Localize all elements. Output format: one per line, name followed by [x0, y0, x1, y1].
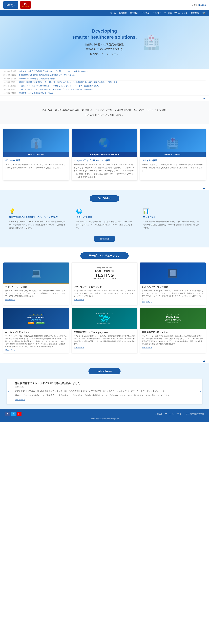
our-vision-title-block: Our Vision	[6, 196, 202, 202]
service-card-mighty: マイティーシリーズ Mighty Checker PRO Advance 点数計…	[3, 308, 69, 353]
top-bar: UbicomHoldings, Inc. IPX 東証一部上場 日本語 | En…	[0, 0, 209, 10]
service-body-testing: ソフトウェア・テスティング 日本とグローバル・テクニカル・テスティングセンターの…	[72, 284, 137, 302]
news-link-6[interactable]: 大手メーカーおよびPCメーカーへの音声AIクラウドプラットフォームを活用した案件…	[19, 88, 92, 91]
nav-services[interactable]: サービス・ソリューション	[164, 12, 188, 14]
division-card-global: 👔 Global Division グローバル事業 ソフトウェアの設計・開発から…	[3, 129, 69, 180]
division-subtitle-medical: メディカル事業	[142, 159, 204, 162]
service-link-embedded[interactable]: 続きを読む»	[142, 301, 204, 304]
news-item-2[interactable]: 2017年5月12日 IRTCに弊社代表 青木よる決算説明に充分な動画がアップさ…	[4, 73, 206, 77]
chevron-up-icon-2[interactable]: ▲	[202, 186, 206, 190]
footer-link-antisocial[interactable]: 反社会的勢力排除方針	[186, 413, 204, 415]
footer-social: f t ▶	[5, 412, 22, 416]
latest-news-title-btn[interactable]: Latest News	[88, 368, 120, 374]
nav-company[interactable]: 会社概要	[142, 12, 150, 14]
news-item-4[interactable]: 2017年5月9日 特別版（事業構造改革費用）・海外外注（海外製品）の終止および…	[4, 80, 206, 84]
footer-link-privacy[interactable]: プライバシーポリシー	[165, 413, 183, 415]
footer-link-contact[interactable]: お問合せ	[156, 413, 163, 415]
news-carousel: ‹ › 弊社代表青木のストックボイスTV出演回が配信されました 2017/12/…	[6, 378, 202, 404]
news-item-5[interactable]: 2017年4月28日 子供エンタジースが「Salesforceスタートプログラム…	[4, 84, 206, 88]
social-twitter[interactable]: t	[11, 412, 16, 416]
scroll-up-3[interactable]: ▲	[0, 358, 209, 363]
service-desc-trace: マイティートレースシステムは再生医療製剤に対応した全工程支援システムです。当シス…	[142, 335, 204, 345]
news-item-6[interactable]: 2017年4月4日 大手メーカーおよびPCメーカーへの音声AIクラウドプラットフ…	[4, 88, 206, 92]
nav-business[interactable]: 事業内容	[153, 12, 161, 14]
carousel-prev[interactable]: ‹	[8, 389, 10, 394]
our-vision-section: Our Vision 💡 柔軟な組織による創発的イノベーションの実現 リサーチな…	[0, 190, 209, 247]
ubicom-logo[interactable]: UbicomHoldings, Inc.	[3, 1, 18, 8]
vision-title-2: グローバル展開	[76, 216, 133, 219]
vision-cta: 経営理念	[6, 236, 202, 246]
scroll-up-1[interactable]: ▲	[0, 96, 209, 101]
division-body-medical: メディカル事業 医療の IT 化を通じて「医療の質の向上」と「医療経営の安定」の…	[140, 157, 206, 174]
service-desc-testing: 日本とグローバル・テクニカル・テスティングセンターの双方で日本語クライアントのサ…	[74, 290, 135, 297]
service-body-mighty: No1 レセプト点検ソフト マイティーシリーズは、全国10,000医療機関前後で…	[3, 329, 69, 353]
division-img-medical: 🏥 Medical Division	[140, 129, 206, 157]
vision-desc-2: 我々のビジネス基盤は世界の隅にとどまりません。当社グループのビジネスを手本に、ア…	[76, 220, 133, 229]
division-card-enterprise: 🌏 Enterprise Solutions Division エンタープライズ…	[72, 129, 137, 180]
division-body-global: グローバル事業 ソフトウェアの設計・開発から製品の立て直し、米・欧・日本語のバイ…	[3, 157, 69, 171]
news-read-more[interactable]: 続きを読む»	[15, 398, 194, 401]
news-link-5[interactable]: 子供エンタジースが「Salesforceスタートプログラム」テクノロジーパートナ…	[19, 85, 99, 87]
vision-icon-3: 📊	[143, 208, 200, 214]
news-date-4: 2017年5月9日	[4, 81, 18, 84]
mission-text: 私たちは、社会の構造改革に果敢に取り組み、社会にとって無くてはならない唯一無二の…	[13, 108, 196, 117]
hero-section: 🏥 Developing smarter healthcare solution…	[0, 16, 209, 69]
chevron-up-icon[interactable]: ▲	[202, 96, 206, 100]
news-date-5: 2017年4月28日	[4, 85, 18, 87]
news-article: 弊社代表青木のストックボイスTV出演回が配信されました 2017/12/15 東…	[15, 382, 194, 401]
news-link-1[interactable]: 当社および当社代表取締役社長の英文および日本語によるIRページの更新のお知らせ	[19, 70, 88, 72]
news-link-3[interactable]: 平成29年3月期業績および決算説明動画配信	[19, 77, 55, 80]
vision-desc-1: リサーチなどを基礎に、技術シーズや顧客ニーズに沿わせた最適な組織体制を構築し維持…	[9, 220, 66, 229]
nav-home[interactable]: ホーム	[110, 12, 116, 14]
lang-en[interactable]: English	[199, 4, 206, 6]
service-img-app: 💻	[3, 262, 69, 284]
news-link-2[interactable]: IRTCに弊社代表 青木よる決算説明に充分な動画がアップされました	[19, 74, 75, 76]
search-icon[interactable]: 🔍	[202, 12, 206, 14]
news-date-2: 2017年5月12日	[4, 74, 18, 76]
social-facebook[interactable]: f	[5, 412, 10, 416]
scroll-up-2[interactable]: ▲	[0, 185, 209, 190]
service-link-app[interactable]: 続きを読む»	[5, 298, 67, 301]
news-link-4[interactable]: 特別版（事業構造改革費用）・海外外注（海外製品）の終止および決算業務後予備の修正…	[19, 81, 119, 84]
news-item-7[interactable]: 2017年3月30日 組織変更および人事異動に関するお知らせ	[4, 92, 206, 95]
service-body-trace: 細胞培養工程支援システム マイティートレースシステムは再生医療製剤に対応した全工…	[140, 329, 206, 350]
news-item-3[interactable]: 2017年5月12日 平成29年3月期業績および決算説明動画配信	[4, 77, 206, 80]
logo-area: UbicomHoldings, Inc. IPX 東証一部上場	[3, 1, 31, 8]
news-date-3: 2017年5月12日	[4, 77, 18, 80]
service-img-testing: REQUIREMENTS SOFTWARE TESTING PERFORMANC…	[72, 262, 137, 284]
social-youtube[interactable]: ▶	[17, 412, 22, 416]
hero-title: Developing smarter healthcare solutions.	[72, 28, 137, 40]
nav-vision[interactable]: 経営理念	[130, 12, 138, 14]
service-body-embedded: 組み込みソフトウェア開発 各種機器の組み込み向けソフトウェア、ファームウェア、ド…	[140, 284, 206, 305]
our-vision-title-btn[interactable]: Our Vision	[90, 196, 120, 202]
service-card-app: 💻 アプリケーション開発 日本のソフトウェア事業分野を通じた提供により、金融系e…	[3, 262, 69, 305]
nav-greeting[interactable]: 代表挨拶	[119, 12, 127, 14]
news-article-body-2: 番組ではグローバルを中心にして「事業内容」「足元の業績」「当社の強み」「今後の成…	[15, 394, 194, 397]
vision-item-1: 💡 柔軟な組織による創発的イノベーションの実現 リサーチなどを基礎に、技術シーズ…	[6, 206, 68, 232]
services-row-1: 💻 アプリケーション開発 日本のソフトウェア事業分野を通じた提供により、金融系e…	[3, 262, 206, 305]
ipx-logo[interactable]: IPX 東証一部上場	[20, 1, 31, 8]
news-ticker: 2017年3月30日 当社および当社代表取締役社長の英文および日本語によるIRペ…	[0, 69, 209, 96]
service-title-spd: 医療材料管理システム Mighty SPD	[74, 331, 135, 334]
nav-recruit[interactable]: 採用情報	[191, 12, 199, 14]
service-img-spd: NEW！医療材料管理システム Mighty SPD 病院内材料管理システム	[72, 308, 137, 329]
service-title-testing: ソフトウェア・テスティング	[74, 286, 135, 288]
lang-ja[interactable]: 日本語	[192, 4, 198, 6]
service-desc-mighty: マイティーシリーズは、全国10,000医療機関前後で採用されている、レセプトチェ…	[5, 335, 67, 348]
service-body-app: アプリケーション開発 日本のソフトウェア事業分野を通じた提供により、金融系eCo…	[3, 284, 69, 302]
carousel-next[interactable]: ›	[200, 389, 201, 394]
footer: f t ▶ お問合せ プライバシーポリシー 反社会的勢力排除方針 Copyrig…	[0, 409, 209, 422]
division-img-global: 👔 Global Division	[3, 129, 69, 157]
service-title-embedded: 組み込みソフトウェア開発	[142, 286, 204, 288]
services-title-btn[interactable]: サービス・ソリューション	[80, 252, 129, 259]
chevron-up-icon-3[interactable]: ▲	[202, 359, 206, 362]
service-link-testing[interactable]: 続きを読む»	[74, 298, 135, 301]
service-link-mighty[interactable]: 続きを読む»	[5, 349, 67, 352]
news-item-1[interactable]: 2017年3月30日 当社および当社代表取締役社長の英文および日本語によるIRペ…	[4, 70, 206, 73]
vision-cta-btn[interactable]: 経営理念	[94, 236, 114, 242]
service-link-spd[interactable]: 続きを読む»	[74, 346, 135, 349]
news-link-7[interactable]: 組織変更および人事異動に関するお知らせ	[19, 92, 54, 94]
service-img-mighty: マイティーシリーズ Mighty Checker PRO Advance 点数計…	[3, 308, 69, 329]
vision-desc-3: グループ各企業の特性を最大限に活かし、その力を自信に結合し、時代の変化を先読りし…	[143, 220, 200, 229]
service-link-trace[interactable]: 続きを読む»	[142, 346, 204, 349]
